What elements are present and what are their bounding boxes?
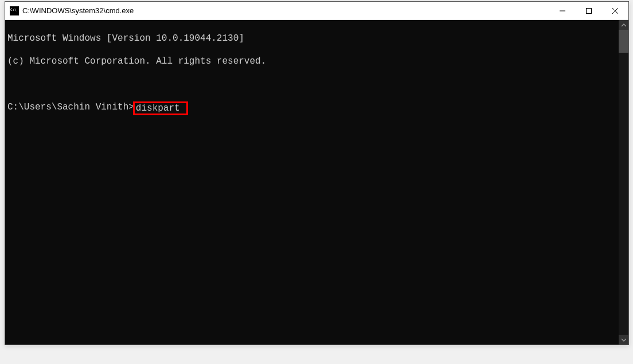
cmd-window: C:\WINDOWS\system32\cmd.exe Microsoft Wi… [5,1,629,345]
vertical-scrollbar[interactable] [619,20,628,345]
command-highlight: diskpart [133,101,188,115]
svg-rect-1 [587,8,592,13]
copyright-line: (c) Microsoft Corporation. All rights re… [7,56,616,67]
maximize-icon [586,8,592,14]
prompt-line: C:\Users\Sachin Vinith>diskpart [7,101,616,115]
scroll-up-button[interactable] [619,20,628,30]
scroll-thumb[interactable] [619,30,628,53]
close-icon [612,8,618,14]
scroll-track[interactable] [619,30,628,335]
version-line: Microsoft Windows [Version 10.0.19044.21… [7,33,616,44]
chevron-up-icon [622,23,626,28]
minimize-button[interactable] [549,2,576,19]
blank-line [7,79,616,90]
window-title: C:\WINDOWS\system32\cmd.exe [22,6,549,15]
window-controls [549,2,628,19]
scroll-down-button[interactable] [619,335,628,345]
titlebar[interactable]: C:\WINDOWS\system32\cmd.exe [5,2,628,20]
prompt-text: C:\Users\Sachin Vinith> [7,101,134,115]
cmd-icon [10,6,19,15]
console-content[interactable]: Microsoft Windows [Version 10.0.19044.21… [5,20,619,345]
maximize-button[interactable] [576,2,602,19]
command-text: diskpart [136,103,180,113]
minimize-icon [560,8,565,14]
close-button[interactable] [602,2,628,19]
console-body: Microsoft Windows [Version 10.0.19044.21… [5,20,628,345]
chevron-down-icon [622,338,626,342]
